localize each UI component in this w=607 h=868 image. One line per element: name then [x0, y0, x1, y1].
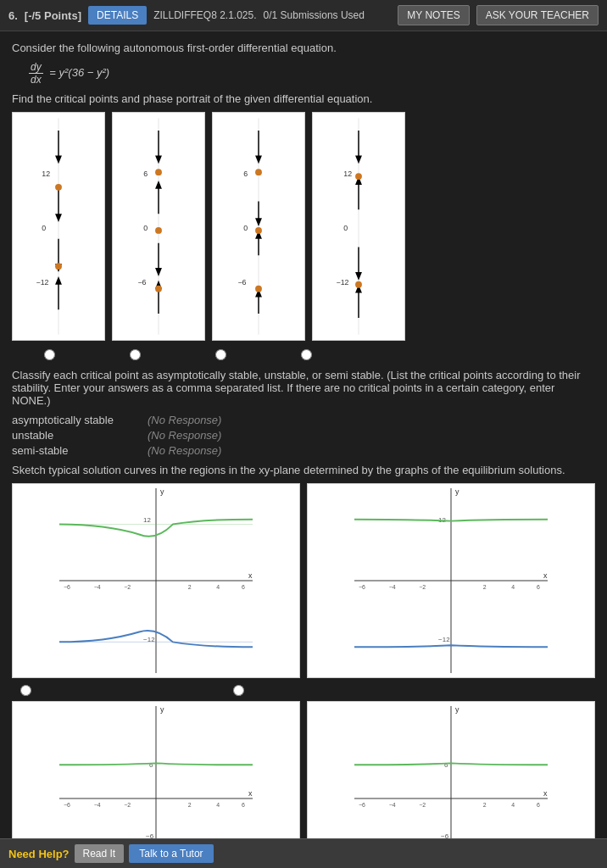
svg-text:−6: −6 — [237, 278, 246, 287]
read-it-button[interactable]: Read It — [75, 844, 125, 863]
phase-portrait-3[interactable]: 6 0 −6 — [212, 112, 305, 341]
svg-text:2: 2 — [483, 802, 487, 808]
unstable-value: (No Response) — [148, 429, 221, 442]
phase-portrait-2-svg: 6 0 −6 — [113, 113, 204, 340]
sketch-radio-row-1 — [12, 685, 595, 696]
phase-portrait-2[interactable]: 6 0 −6 — [112, 112, 205, 341]
svg-text:−2: −2 — [124, 802, 131, 808]
asymptotically-stable-row: asymptotically stable (No Response) — [12, 414, 595, 426]
svg-point-29 — [155, 227, 162, 234]
svg-text:6: 6 — [242, 802, 245, 808]
svg-text:6: 6 — [537, 802, 540, 808]
svg-text:−4: −4 — [94, 584, 101, 590]
svg-text:−6: −6 — [64, 584, 70, 590]
sketch-graph-grid: y x 12 −12 −6 −4 −2 2 4 6 — [12, 483, 595, 678]
phase-portrait-grid: 12 0 −12 — [12, 112, 595, 341]
svg-text:0: 0 — [243, 224, 248, 232]
my-notes-button[interactable]: MY NOTES — [398, 5, 469, 25]
phase-portrait-1[interactable]: 12 0 −12 — [12, 112, 105, 341]
semi-stable-value: (No Response) — [148, 444, 221, 457]
svg-text:y: y — [455, 705, 459, 714]
svg-text:x: x — [543, 571, 548, 580]
svg-text:−4: −4 — [389, 584, 396, 590]
svg-text:12: 12 — [343, 170, 352, 178]
asymptotically-stable-value: (No Response) — [148, 414, 221, 426]
svg-text:−6: −6 — [359, 584, 365, 590]
svg-text:12: 12 — [42, 170, 50, 178]
stability-block: asymptotically stable (No Response) unst… — [12, 414, 595, 457]
svg-point-13 — [55, 184, 62, 191]
phase-portrait-4-svg: 12 0 −12 — [313, 113, 404, 340]
details-button[interactable]: DETAILS — [88, 6, 147, 25]
svg-text:6: 6 — [537, 584, 540, 590]
svg-text:y: y — [160, 487, 164, 496]
submissions-used: 0/1 Submissions Used — [264, 9, 392, 21]
equation-block: dy dx = y²(36 − y²) — [29, 61, 595, 86]
svg-point-46 — [255, 286, 262, 292]
svg-text:−12: −12 — [336, 278, 348, 287]
main-content: Consider the following autonomous first-… — [0, 31, 607, 868]
svg-text:−4: −4 — [94, 802, 101, 808]
phase-portrait-4[interactable]: 12 0 −12 — [312, 112, 405, 341]
points-label: [-/5 Points] — [25, 9, 81, 22]
svg-point-61 — [355, 281, 362, 288]
portrait-radio-1[interactable] — [44, 349, 55, 360]
talk-to-tutor-button[interactable]: Talk to a Tutor — [129, 844, 213, 863]
sketch-instruction: Sketch typical solution curves in the re… — [12, 464, 595, 476]
unstable-row: unstable (No Response) — [12, 429, 595, 442]
svg-text:−4: −4 — [389, 802, 396, 808]
svg-text:2: 2 — [188, 802, 192, 808]
ask-teacher-button[interactable]: ASK YOUR TEACHER — [476, 5, 599, 25]
svg-text:2: 2 — [188, 584, 192, 590]
svg-text:x: x — [248, 571, 253, 580]
svg-text:−2: −2 — [419, 584, 426, 590]
svg-text:0: 0 — [42, 224, 46, 232]
svg-text:4: 4 — [216, 584, 220, 590]
svg-text:6: 6 — [242, 584, 245, 590]
sketch-graph-1[interactable]: y x 12 −12 −6 −4 −2 2 4 6 — [12, 483, 300, 678]
svg-text:−12: −12 — [143, 636, 154, 643]
svg-point-60 — [355, 173, 362, 180]
need-help-label: Need Help? — [8, 848, 70, 860]
svg-text:12: 12 — [143, 516, 151, 524]
svg-point-28 — [155, 169, 162, 175]
svg-text:0: 0 — [143, 224, 148, 232]
sketch-radio-1[interactable] — [20, 685, 31, 696]
svg-text:x: x — [543, 789, 548, 798]
svg-text:−6: −6 — [137, 278, 146, 287]
equation-lhs: dy dx = y²(36 − y²) — [29, 66, 109, 79]
semi-stable-label: semi-stable — [12, 444, 148, 457]
unstable-label: unstable — [12, 429, 148, 442]
svg-text:−6: −6 — [64, 802, 70, 808]
svg-text:−12: −12 — [438, 636, 449, 643]
header-bar: 6. [-/5 Points] DETAILS ZILLDIFFEQ8 2.1.… — [0, 0, 607, 31]
svg-text:y: y — [160, 705, 164, 714]
svg-text:y: y — [455, 487, 459, 496]
svg-text:−12: −12 — [36, 278, 48, 287]
sketch-graph-2[interactable]: y x 12 −12 −6 −4 −2 2 4 6 — [307, 483, 595, 678]
svg-text:−6: −6 — [359, 802, 365, 808]
phase-portrait-3-svg: 6 0 −6 — [213, 113, 304, 340]
svg-text:0: 0 — [343, 224, 348, 232]
problem-description: Consider the following autonomous first-… — [12, 42, 595, 54]
asymptotically-stable-label: asymptotically stable — [12, 414, 148, 426]
sketch-svg-2: y x 12 −12 −6 −4 −2 2 4 6 — [308, 484, 594, 677]
semi-stable-row: semi-stable (No Response) — [12, 444, 595, 457]
sketch-radio-2[interactable] — [233, 685, 244, 696]
svg-text:−2: −2 — [419, 802, 426, 808]
svg-text:2: 2 — [483, 584, 487, 590]
portrait-radio-2[interactable] — [130, 349, 141, 360]
problem-id: ZILLDIFFEQ8 2.1.025. — [153, 9, 256, 21]
portrait-radio-3[interactable] — [215, 349, 226, 360]
stability-classify-instruction: Classify each critical point as asymptot… — [12, 369, 595, 407]
phase-portrait-1-svg: 12 0 −12 — [13, 113, 104, 340]
problem-number: 6. — [8, 9, 18, 22]
svg-text:4: 4 — [216, 802, 220, 808]
svg-point-44 — [255, 169, 262, 175]
svg-text:−2: −2 — [124, 584, 131, 590]
eq-fraction: dy dx — [29, 61, 43, 86]
svg-point-45 — [255, 227, 262, 234]
sketch-svg-1: y x 12 −12 −6 −4 −2 2 4 6 — [13, 484, 299, 677]
portrait-radio-4[interactable] — [301, 349, 312, 360]
svg-text:4: 4 — [511, 802, 515, 808]
